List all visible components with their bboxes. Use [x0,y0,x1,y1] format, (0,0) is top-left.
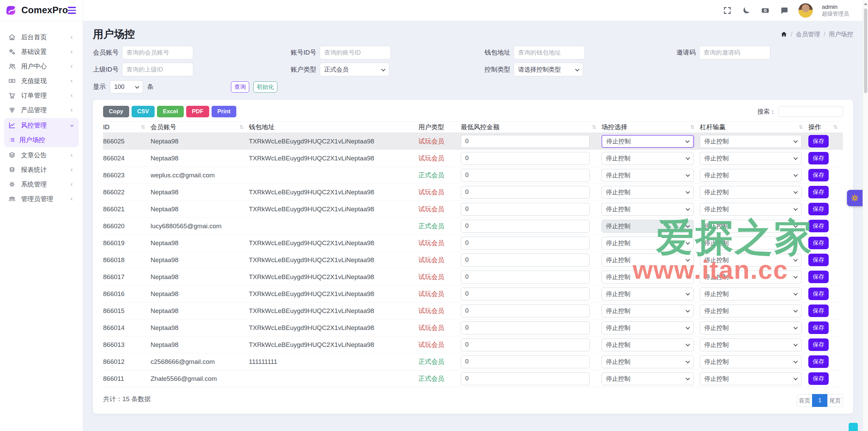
min-risk-amount-input[interactable] [461,237,590,250]
save-button[interactable]: 保存 [808,186,829,198]
money-icon[interactable] [760,5,770,16]
min-risk-amount-input[interactable] [461,372,590,385]
theme-settings-button[interactable] [847,190,863,206]
leverage-select[interactable]: 停止控制 [700,254,802,267]
save-button[interactable]: 保存 [808,135,829,148]
scene-control-select[interactable]: 停止控制 [601,152,694,165]
chat-icon[interactable] [779,5,789,16]
scene-control-select[interactable]: 停止控制 [601,355,694,368]
column-header[interactable]: 会员账号 ⇅ [151,123,249,132]
page-button[interactable]: 尾页 [827,394,843,407]
sidebar-item[interactable]: 充值提现 [4,74,79,88]
min-risk-amount-input[interactable] [461,305,590,317]
save-button[interactable]: 保存 [808,237,829,249]
scene-control-select[interactable]: 停止控制 [601,169,694,182]
column-header[interactable]: 用户类型 [418,123,461,132]
leverage-select[interactable]: 停止控制 [700,355,802,368]
leverage-select[interactable]: 停止控制 [700,305,802,317]
invite-code-input[interactable] [699,46,770,59]
export-button[interactable]: Copy [103,106,129,117]
wallet-input[interactable] [514,46,585,59]
leverage-select[interactable]: 停止控制 [700,372,802,385]
export-button[interactable]: Print [212,106,236,117]
export-button[interactable]: CSV [132,106,155,117]
leverage-select[interactable]: 停止控制 [700,186,802,199]
min-risk-amount-input[interactable] [461,203,590,216]
scrollbar-up-arrow[interactable] [864,3,867,5]
parent-id-input[interactable] [122,63,193,76]
scene-control-select[interactable]: 停止控制 [601,254,694,267]
min-risk-amount-input[interactable] [461,135,590,148]
export-button[interactable]: PDF [186,106,209,117]
scrollbar-thumb[interactable] [864,8,867,93]
dark-mode-moon-icon[interactable] [741,5,751,16]
table-search-input[interactable] [778,106,843,117]
sidebar-item[interactable]: 报表统计 [4,162,79,177]
sidebar-item[interactable]: 订单管理 [4,88,79,103]
column-header[interactable]: 最低风控金额 ⇅ [461,123,601,132]
sidebar-item[interactable]: 系统管理 [4,177,79,192]
leverage-select[interactable]: 停止控制 [700,237,802,250]
leverage-select[interactable]: 停止控制 [700,338,802,351]
account-type-select[interactable]: 正式会员 [320,63,389,76]
account-id-input[interactable] [320,46,391,59]
scene-control-select[interactable]: 停止控制 [601,372,694,385]
min-risk-amount-input[interactable] [461,288,590,300]
min-risk-amount-input[interactable] [461,220,590,233]
member-account-input[interactable] [122,46,193,59]
leverage-select[interactable]: 停止控制 [700,220,802,233]
min-risk-amount-input[interactable] [461,254,590,267]
scene-control-select[interactable]: 停止控制 [601,321,694,334]
breadcrumb-item[interactable]: 会员管理 [796,30,820,38]
min-risk-amount-input[interactable] [461,186,590,199]
min-risk-amount-input[interactable] [461,271,590,283]
avatar[interactable] [798,3,813,18]
sidebar-item[interactable]: 文章公告 [4,148,79,162]
save-button[interactable]: 保存 [808,203,829,215]
leverage-select[interactable]: 停止控制 [700,152,802,165]
scene-control-select[interactable]: 停止控制 [601,135,694,148]
save-button[interactable]: 保存 [808,271,829,283]
save-button[interactable]: 保存 [808,372,829,385]
corner-widget-button[interactable] [849,423,858,431]
sidebar-item-user-control[interactable]: 用户场控 [4,133,79,147]
save-button[interactable]: 保存 [808,305,829,317]
page-button[interactable]: 首页 [797,394,812,407]
fullscreen-icon[interactable] [722,5,732,16]
sidebar-item[interactable]: 产品管理 [4,103,79,117]
min-risk-amount-input[interactable] [461,152,590,165]
sidebar-item[interactable]: 用户中心 [4,59,79,74]
column-header[interactable]: 杠杆输赢 ⇅ [700,123,808,132]
column-header[interactable]: 操作 ⇅ [808,123,843,132]
sidebar-item[interactable]: 基础设置 [4,44,79,59]
save-button[interactable]: 保存 [808,220,829,232]
save-button[interactable]: 保存 [808,288,829,300]
column-header[interactable]: 钱包地址 [249,123,418,132]
sidebar-item[interactable]: 管理员管理 [4,192,79,206]
scene-control-select[interactable]: 停止控制 [601,271,694,283]
min-risk-amount-input[interactable] [461,169,590,182]
scene-control-select[interactable]: 停止控制 [601,186,694,199]
leverage-select[interactable]: 停止控制 [700,203,802,216]
sidebar-item[interactable]: 后台首页 [4,30,79,44]
scene-control-select[interactable]: 停止控制 [601,305,694,317]
home-icon[interactable] [781,31,787,38]
export-button[interactable]: Excel [157,106,183,117]
column-header[interactable]: 场控选择 ⇅ [601,123,700,132]
save-button[interactable]: 保存 [808,338,829,351]
scene-control-select[interactable]: 停止控制 [601,288,694,300]
query-button[interactable]: 查询 [231,81,249,93]
leverage-select[interactable]: 停止控制 [700,288,802,300]
save-button[interactable]: 保存 [808,169,829,181]
save-button[interactable]: 保存 [808,321,829,334]
save-button[interactable]: 保存 [808,152,829,164]
leverage-select[interactable]: 停止控制 [700,271,802,283]
scene-control-select[interactable]: 停止控制 [601,220,694,233]
leverage-select[interactable]: 停止控制 [700,169,802,182]
breadcrumb-item[interactable]: 用户场控 [829,30,853,38]
control-type-select[interactable]: 请选择控制类型 [514,63,583,76]
scene-control-select[interactable]: 停止控制 [601,237,694,250]
leverage-select[interactable]: 停止控制 [700,135,802,148]
page-button[interactable]: 1 [812,394,828,407]
menu-toggle-icon[interactable] [68,5,76,15]
